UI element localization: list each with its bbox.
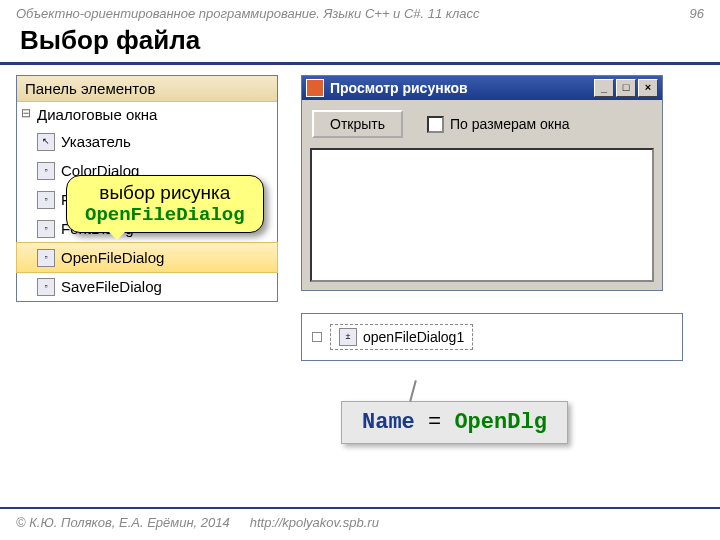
callout-text: выбор рисунка bbox=[85, 182, 245, 204]
toolbox-item-icon: ▫ bbox=[37, 278, 55, 296]
titlebar-text: Просмотр рисунков bbox=[330, 80, 594, 96]
toolbox-item[interactable]: ↖Указатель bbox=[17, 127, 277, 156]
open-button[interactable]: Открыть bbox=[312, 110, 403, 138]
close-icon[interactable]: × bbox=[638, 79, 658, 97]
minimize-icon[interactable]: _ bbox=[594, 79, 614, 97]
callout-bubble: выбор рисунка OpenFileDialog bbox=[66, 175, 264, 233]
footer-copyright: © К.Ю. Поляков, Е.А. Ерёмин, 2014 bbox=[16, 515, 230, 530]
toolbox-item-label: Указатель bbox=[61, 133, 131, 150]
maximize-icon[interactable]: □ bbox=[616, 79, 636, 97]
name-op: = bbox=[415, 410, 455, 435]
toolbox-item[interactable]: ▫OpenFileDialog bbox=[16, 242, 278, 273]
app-icon bbox=[306, 79, 324, 97]
page-title: Выбор файла bbox=[0, 23, 720, 65]
slide-footer: © К.Ю. Поляков, Е.А. Ерёмин, 2014 http:/… bbox=[0, 507, 720, 536]
footer-url: http://kpolyakov.spb.ru bbox=[250, 515, 379, 530]
app-toolbar: Открыть По размерам окна bbox=[302, 100, 662, 148]
component-tray: ± openFileDialog1 bbox=[301, 313, 683, 361]
toolbox-group[interactable]: Диалоговые окна bbox=[17, 102, 277, 127]
name-key: Name bbox=[362, 410, 415, 435]
header-page: 96 bbox=[690, 6, 704, 21]
header-subject: Объектно-ориентированное программировани… bbox=[16, 6, 480, 21]
app-window: Просмотр рисунков _ □ × Открыть По разме… bbox=[301, 75, 663, 291]
toolbox-item-icon: ▫ bbox=[37, 220, 55, 238]
client-area bbox=[310, 148, 654, 282]
fit-checkbox-label: По размерам окна bbox=[450, 116, 570, 132]
tray-item[interactable]: ± openFileDialog1 bbox=[330, 324, 473, 350]
tray-item-label: openFileDialog1 bbox=[363, 329, 464, 345]
toolbox-item-icon: ▫ bbox=[37, 191, 55, 209]
fit-checkbox[interactable] bbox=[427, 116, 444, 133]
toolbox-title: Панель элементов bbox=[17, 76, 277, 102]
toolbox-item-label: OpenFileDialog bbox=[61, 249, 164, 266]
slide-header: Объектно-ориентированное программировани… bbox=[0, 0, 720, 23]
openfiledialog-icon: ± bbox=[339, 328, 357, 346]
toolbox-item-icon: ↖ bbox=[37, 133, 55, 151]
name-assignment: Name = OpenDlg bbox=[341, 401, 568, 444]
toolbox-item-icon: ▫ bbox=[37, 162, 55, 180]
tray-handle-icon bbox=[312, 332, 322, 342]
name-val: OpenDlg bbox=[454, 410, 546, 435]
toolbox-item[interactable]: ▫SaveFileDialog bbox=[17, 272, 277, 301]
callout-code: OpenFileDialog bbox=[85, 204, 245, 226]
toolbox-item-icon: ▫ bbox=[37, 249, 55, 267]
toolbox-item-label: SaveFileDialog bbox=[61, 278, 162, 295]
titlebar: Просмотр рисунков _ □ × bbox=[302, 76, 662, 100]
